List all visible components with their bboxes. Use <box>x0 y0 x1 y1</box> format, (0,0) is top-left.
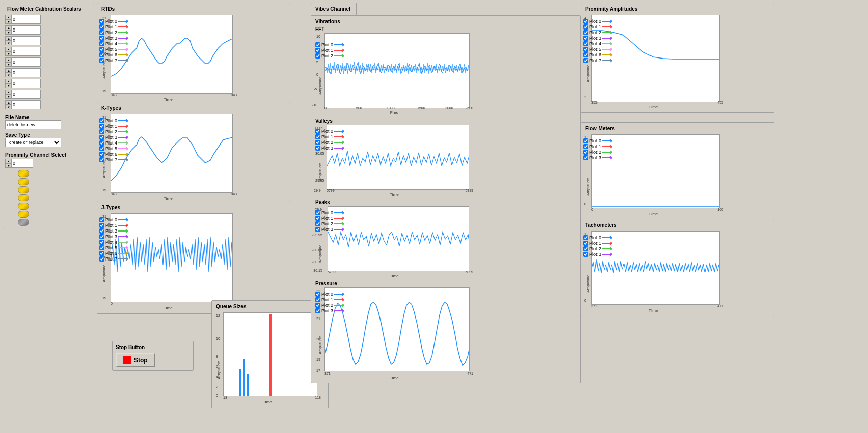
valleys-plot3[interactable]: Plot 3 <box>315 146 356 151</box>
pressure-plot1[interactable]: Plot 1 <box>315 297 356 302</box>
fft-plot1[interactable]: Plot 1 <box>315 48 356 53</box>
scalar-value-4[interactable] <box>12 60 40 65</box>
scalar-input-8[interactable]: ▲▼ <box>5 100 41 109</box>
ktypes-plot4[interactable]: Plot 4 <box>99 140 143 146</box>
peaks-plot3[interactable]: Plot 3 <box>315 227 356 232</box>
ktypes-plot1[interactable]: Plot 1 <box>99 124 143 129</box>
scalar-down-7[interactable]: ▼ <box>6 94 12 99</box>
scalar-up-3[interactable]: ▲ <box>6 47 12 51</box>
prox-plot6[interactable]: Plot 6 <box>583 52 627 57</box>
scalar-up-2[interactable]: ▲ <box>6 36 12 41</box>
prox-plot3[interactable]: Plot 3 <box>583 36 627 41</box>
stop-button[interactable]: Stop <box>116 353 155 367</box>
rtds-plot3[interactable]: Plot 3 <box>99 36 143 41</box>
jtypes-plot1[interactable]: Plot 1 <box>99 223 143 228</box>
tach-plot2[interactable]: Plot 2 <box>583 246 627 251</box>
scalar-down-3[interactable]: ▼ <box>6 51 12 56</box>
scalar-up-1[interactable]: ▲ <box>6 25 12 30</box>
scalar-input-3[interactable]: ▲▼ <box>5 47 41 56</box>
pressure-plot2[interactable]: Plot 2 <box>315 303 356 308</box>
ktypes-plot6[interactable]: Plot 6 <box>99 152 143 157</box>
tach-plot1[interactable]: Plot 1 <box>583 241 627 246</box>
tach-plot0[interactable]: Plot 0 <box>583 235 627 240</box>
proximity-channel-value[interactable] <box>12 161 33 166</box>
scalar-value-6[interactable] <box>12 81 40 86</box>
fft-plot2[interactable]: Plot 2 <box>315 53 356 59</box>
valleys-plot2[interactable]: Plot 2 <box>315 140 356 145</box>
ktypes-plot2[interactable]: Plot 2 <box>99 129 143 134</box>
scalar-up-0[interactable]: ▲ <box>6 15 12 19</box>
scalar-input-0[interactable]: ▲▼ <box>5 15 41 24</box>
tach-plot3[interactable]: Plot 3 <box>583 252 627 257</box>
rtds-plot7[interactable]: Plot 7 <box>99 58 143 63</box>
flowm-plot2[interactable]: Plot 2 <box>583 150 627 155</box>
scalar-value-3[interactable] <box>12 49 40 54</box>
scalar-value-1[interactable] <box>12 27 40 33</box>
scalar-input-5[interactable]: ▲▼ <box>5 68 41 77</box>
flowm-plot0[interactable]: Plot 0 <box>583 138 627 143</box>
prox-plot7[interactable]: Plot 7 <box>583 58 627 63</box>
prox-plot5[interactable]: Plot 5 <box>583 47 627 52</box>
rtds-plot6[interactable]: Plot 6 <box>99 52 143 57</box>
pressure-x-min: 371 <box>324 372 331 376</box>
ktypes-plot7[interactable]: Plot 7 <box>99 157 143 162</box>
scalar-up-7[interactable]: ▲ <box>6 90 12 94</box>
peaks-plot1[interactable]: Plot 1 <box>315 216 356 221</box>
scalar-down-5[interactable]: ▼ <box>6 73 12 77</box>
jtypes-plot3[interactable]: Plot 3 <box>99 234 143 239</box>
jtypes-plot4[interactable]: Plot 4 <box>99 240 143 245</box>
scalar-down-0[interactable]: ▼ <box>6 19 12 24</box>
prox-plot2[interactable]: Plot 2 <box>583 30 627 35</box>
peaks-plot0[interactable]: Plot 0 <box>315 210 356 215</box>
ktypes-plot0[interactable]: Plot 0 <box>99 118 143 123</box>
scalar-value-5[interactable] <box>12 70 40 75</box>
fft-plot0[interactable]: Plot 0 <box>315 42 356 47</box>
scalar-down-6[interactable]: ▼ <box>6 83 12 88</box>
scalar-up-8[interactable]: ▲ <box>6 100 12 105</box>
scalar-down-4[interactable]: ▼ <box>6 62 12 67</box>
rtds-plot5[interactable]: Plot 5 <box>99 47 143 52</box>
scalar-down-1[interactable]: ▼ <box>6 30 12 35</box>
rtds-plot4[interactable]: Plot 4 <box>99 41 143 46</box>
ktypes-plot3[interactable]: Plot 3 <box>99 135 143 140</box>
scalar-value-8[interactable] <box>12 102 40 107</box>
jtypes-plot6[interactable]: Plot 6 <box>99 251 143 256</box>
ktypes-y-label: Amplitude <box>102 160 106 178</box>
scalar-up-5[interactable]: ▲ <box>6 68 12 73</box>
prox-plot4[interactable]: Plot 4 <box>583 41 627 46</box>
flowm-plot1[interactable]: Plot 1 <box>583 144 627 149</box>
pressure-plot0[interactable]: Plot 0 <box>315 292 356 297</box>
scalar-input-2[interactable]: ▲▼ <box>5 36 41 45</box>
rtds-plot0[interactable]: Plot 0 <box>99 19 143 24</box>
jtypes-plot7[interactable]: Plot 7 <box>99 256 143 262</box>
prox-plot1[interactable]: Plot 1 <box>583 24 627 30</box>
jtypes-plot0[interactable]: Plot 0 <box>99 217 143 222</box>
scalar-down-8[interactable]: ▼ <box>6 105 12 109</box>
valleys-plot1[interactable]: Plot 1 <box>315 134 356 139</box>
valleys-plot0[interactable]: Plot 0 <box>315 129 356 134</box>
scalar-input-4[interactable]: ▲▼ <box>5 57 41 67</box>
proximity-channel-down[interactable]: ▼ <box>6 163 12 168</box>
prox-plot0[interactable]: Plot 0 <box>583 19 627 24</box>
ktypes-plot5[interactable]: Plot 5 <box>99 146 143 151</box>
scalar-input-6[interactable]: ▲▼ <box>5 79 41 88</box>
scalar-input-1[interactable]: ▲▼ <box>5 25 41 35</box>
scalar-up-4[interactable]: ▲ <box>6 57 12 62</box>
scalar-value-7[interactable] <box>12 92 40 97</box>
scalar-down-2[interactable]: ▼ <box>6 41 12 45</box>
proximity-channel-input[interactable]: ▲▼ <box>5 159 33 168</box>
save-type-dropdown[interactable]: create or replace <box>5 138 61 147</box>
rtds-plot2[interactable]: Plot 2 <box>99 30 143 35</box>
rtds-plot1[interactable]: Plot 1 <box>99 24 143 30</box>
pressure-plot3[interactable]: Plot 3 <box>315 308 356 313</box>
jtypes-plot2[interactable]: Plot 2 <box>99 228 143 234</box>
scalar-up-6[interactable]: ▲ <box>6 79 12 83</box>
scalar-value-2[interactable] <box>12 38 40 43</box>
flowm-plot3[interactable]: Plot 3 <box>583 155 627 160</box>
jtypes-plot5[interactable]: Plot 5 <box>99 245 143 250</box>
scalar-value-0[interactable] <box>12 17 40 22</box>
file-name-input[interactable] <box>5 120 61 129</box>
peaks-plot2[interactable]: Plot 2 <box>315 221 356 226</box>
proximity-channel-up[interactable]: ▲ <box>6 159 12 163</box>
scalar-input-7[interactable]: ▲▼ <box>5 90 41 99</box>
